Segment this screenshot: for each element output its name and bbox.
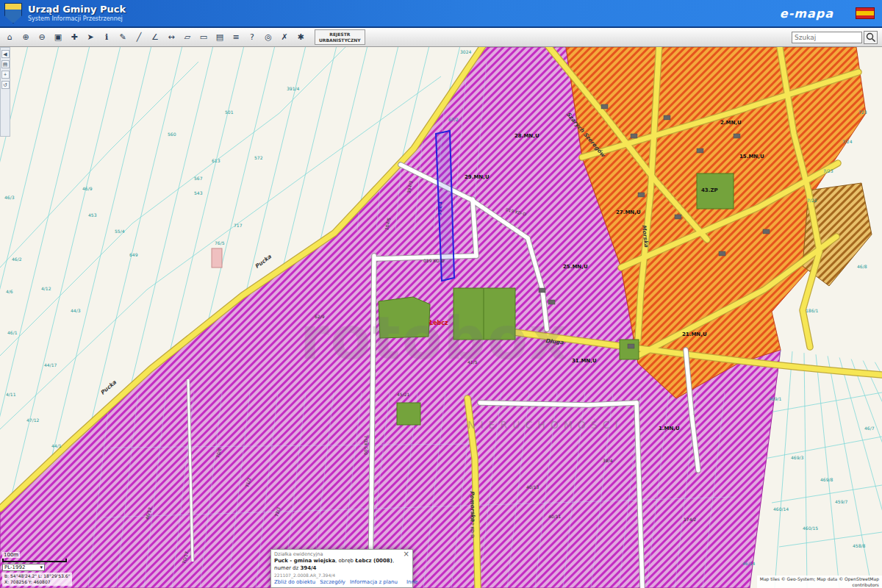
help-icon[interactable]: ? (244, 29, 260, 45)
zoom-previous-icon[interactable]: ↺ (1, 81, 10, 89)
attribution-line1: Map tiles © Geo-System; Map data © OpenS… (760, 576, 879, 582)
language-flag-icon[interactable] (856, 7, 875, 19)
parcel-info-part: 394/4 (300, 565, 316, 571)
popup-title: Działka ewidencyjna (274, 551, 323, 557)
parcel-info-text: Puck - gmina wiejska, obręb Łebcz (0008)… (274, 558, 409, 572)
emapa-logo[interactable]: e-mapa (780, 7, 833, 21)
parcel-id: 221107_2.0008.AR_7.394/4 (274, 573, 409, 578)
search-button[interactable] (864, 31, 878, 44)
measure-area-icon[interactable]: ▱ (179, 29, 196, 45)
legend-icon[interactable]: ▤ (1, 60, 10, 68)
add-layer-icon[interactable]: + (1, 71, 10, 79)
search-icon (866, 32, 876, 43)
coordinates-display: B: 54°48'24.2" L: 18°29'53.6" X: 708256 … (2, 573, 72, 586)
chevron-down-icon: ▾ (40, 564, 43, 570)
map-drawing (0, 47, 882, 588)
app-title: Urząd Gminy Puck (28, 4, 126, 15)
popup-link[interactable]: Inne (406, 579, 417, 585)
pan-icon[interactable]: ✚ (66, 29, 82, 45)
scale-label: 100m (2, 552, 20, 558)
identify-icon[interactable]: ℹ (98, 29, 115, 45)
crs-selector[interactable]: PL-1992 ▾ (2, 564, 45, 571)
gps-icon[interactable]: ◎ (260, 29, 276, 45)
popup-link[interactable]: Zbliż do obiektu (274, 579, 315, 585)
parcel-info-popup: Działka ewidencyjna × Puck - gmina wiejs… (270, 549, 413, 588)
rejestr-line2: URBANISTYCZNY (319, 37, 361, 43)
map-canvas[interactable]: rotobox NIERUCHOMOŚCI 3024391/450167/256… (0, 47, 882, 588)
parcel-info-part: Puck - gmina wiejska (274, 558, 335, 564)
coords-line1: B: 54°48'24.2" L: 18°29'53.6" (4, 573, 70, 579)
clear-icon[interactable]: ✗ (276, 29, 293, 45)
parcel-info-part: Łebcz (0008) (355, 558, 392, 564)
zoom-out-icon[interactable]: ⊖ (34, 29, 50, 45)
coords-line2: X: 708256 Y: 460807 (4, 579, 70, 585)
app-window: Urząd Gminy Puck System Informacji Przes… (0, 0, 882, 588)
popup-link[interactable]: Informacja z planu (350, 579, 398, 585)
rejestr-line1: REJESTR (329, 32, 350, 37)
left-tool-strip: ◀▤+↺ (0, 47, 10, 137)
draw-icon[interactable]: ✎ (115, 29, 131, 45)
search-area (792, 31, 878, 44)
measure-angle-icon[interactable]: ∠ (147, 29, 163, 45)
map-attribution: Map tiles © Geo-System; Map data © OpenS… (757, 576, 882, 588)
select-arrow-icon[interactable]: ➤ (82, 29, 98, 45)
crs-value: PL-1992 (4, 564, 25, 570)
measure-length-icon[interactable]: ↔ (163, 29, 179, 45)
parcel-info-part: , obręb (335, 558, 355, 564)
settings-icon[interactable]: ✱ (293, 29, 309, 45)
search-input[interactable] (792, 32, 862, 43)
home-icon[interactable]: ⌂ (1, 29, 18, 45)
measure-line-icon[interactable]: ╱ (131, 29, 147, 45)
app-subtitle: System Informacji Przestrzennej (28, 15, 126, 22)
scale-bar (2, 559, 67, 562)
ruler-icon[interactable]: ▭ (196, 29, 212, 45)
close-icon[interactable]: × (404, 551, 409, 557)
popup-links: Zbliż do obiektuSzczegółyInformacja z pl… (274, 579, 409, 585)
collapse-panel-icon[interactable]: ◀ (1, 50, 10, 58)
attribution-line2: contributors (760, 582, 879, 588)
layers-icon[interactable]: ≡ (228, 29, 244, 45)
print-icon[interactable]: ▤ (212, 29, 228, 45)
rejestr-urbanistyczny-button[interactable]: REJESTR URBANISTYCZNY (315, 29, 365, 44)
full-extent-icon[interactable]: ▣ (50, 29, 66, 45)
popup-link[interactable]: Szczegóły (320, 579, 345, 585)
header: Urząd Gminy Puck System Informacji Przes… (0, 0, 882, 28)
toolbar-icons: ⌂⊕⊖▣✚➤ℹ✎╱∠↔▱▭▤≡?◎✗✱ (0, 29, 309, 45)
coat-of-arms-logo (4, 3, 22, 24)
zoom-in-icon[interactable]: ⊕ (18, 29, 34, 45)
map-toolbar: ⌂⊕⊖▣✚➤ℹ✎╱∠↔▱▭▤≡?◎✗✱ REJESTR URBANISTYCZN… (0, 28, 882, 47)
statusbar: 100m PL-1992 ▾ B: 54°48'24.2" L: 18°29'5… (2, 552, 135, 586)
